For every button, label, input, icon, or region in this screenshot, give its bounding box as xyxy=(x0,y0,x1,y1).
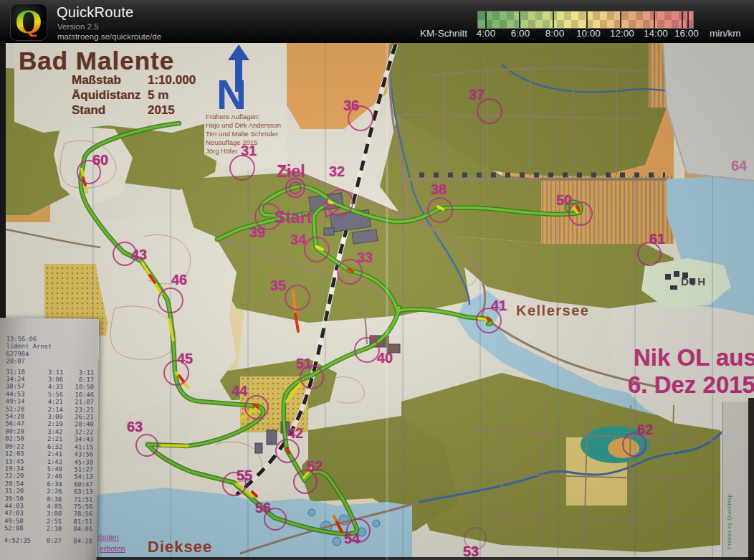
receipt-cell: 4:33 xyxy=(39,383,63,391)
svg-text:N: N xyxy=(216,71,247,118)
title-bar: Q QuickRoute Version 2.5 matstroeng.se/q… xyxy=(0,0,754,43)
legend-cell xyxy=(535,11,543,20)
receipt-cell: 5:56 xyxy=(39,391,63,399)
legend-cell xyxy=(636,11,643,20)
legend-cell xyxy=(500,20,507,29)
legend-tick-label: 14:00 xyxy=(639,28,672,39)
legend-cell xyxy=(535,20,543,29)
legend-tick xyxy=(687,11,689,28)
app-version: Version 2.5 xyxy=(57,22,99,31)
legend-cell xyxy=(557,11,564,20)
receipt-cell: 19:34 xyxy=(5,465,39,473)
receipt-cell: 6:32 xyxy=(39,443,62,451)
legend-cell xyxy=(578,20,586,29)
legend-tick-label: 4:00 xyxy=(469,28,502,39)
receipt-cell: 2:46 xyxy=(39,473,62,480)
receipt-cell: 3:06 xyxy=(39,376,63,384)
legend-cell xyxy=(485,11,492,20)
legend-title: KM-Schnitt xyxy=(420,28,467,39)
map-canvas[interactable]: N 13:56:06lident Arnst62798420:07 31:183… xyxy=(0,43,754,560)
legend-tick-label: 16:00 xyxy=(670,28,703,39)
receipt-cell: 2:26 xyxy=(39,488,62,495)
receipt-cell: 39:50 xyxy=(4,495,38,503)
pace-gradient-bar[interactable] xyxy=(477,11,694,29)
legend-tick-label: 8:00 xyxy=(538,28,571,39)
legend-cell xyxy=(492,11,500,20)
receipt-cell: 2:55 xyxy=(38,518,62,526)
receipt-cell: 51:28 xyxy=(6,405,39,413)
receipt-cell: 28:40 xyxy=(62,421,93,429)
receipt-cell: 28:54 xyxy=(5,480,39,488)
receipt-cell: 63:13 xyxy=(62,488,93,495)
receipt-cell: 02:50 xyxy=(5,435,39,443)
receipt-cell: 3:11 xyxy=(63,369,94,376)
receipt-cell: 47:03 xyxy=(4,510,38,518)
legend-tick xyxy=(586,11,588,28)
legend-cell xyxy=(521,20,528,29)
receipt-cell: 78:56 xyxy=(62,511,92,518)
legend-cell xyxy=(507,11,514,20)
receipt-cell: 54:28 xyxy=(6,412,39,420)
app-title: QuickRoute xyxy=(57,4,134,21)
receipt-cell: 2:19 xyxy=(39,420,62,428)
legend-tick xyxy=(485,11,487,28)
legend-cell xyxy=(514,20,521,29)
legend-tick-label: 10:00 xyxy=(572,28,605,39)
receipt-total-row: 4:52:35 0:27 84:28 xyxy=(4,536,97,545)
receipt-cell: 3:00 xyxy=(38,510,62,518)
receipt-cell: 32:22 xyxy=(62,428,93,436)
receipt-cell: 34:43 xyxy=(62,435,93,443)
receipt-cell: 2:10 xyxy=(38,525,62,533)
legend-cell xyxy=(600,20,607,29)
receipt-cell: 6:17 xyxy=(63,376,94,384)
legend-cell xyxy=(657,11,664,20)
receipt-cell: 84:01 xyxy=(62,525,92,533)
legend-cell xyxy=(664,11,672,20)
legend-cell xyxy=(521,11,528,20)
receipt-cell: 12:03 xyxy=(5,450,39,457)
receipt-cell: 00:29 xyxy=(5,427,39,435)
receipt-cell: 52:08 xyxy=(4,525,38,533)
receipt-total-cum: 84:28 xyxy=(62,537,92,545)
splits-receipt: 13:56:06lident Arnst62798420:07 31:183:1… xyxy=(0,318,99,560)
legend-unit: min/km xyxy=(710,28,741,39)
legend-cell xyxy=(657,20,664,29)
receipt-cell: 34:24 xyxy=(6,375,39,383)
receipt-cell: 3:11 xyxy=(39,369,63,376)
quickroute-window: Q QuickRoute Version 2.5 matstroeng.se/q… xyxy=(0,0,754,560)
legend-tick-label: 6:00 xyxy=(504,28,537,39)
receipt-cell: 26:21 xyxy=(63,413,94,421)
app-url: matstroeng.se/quickroute/de xyxy=(57,32,161,41)
receipt-cell: 41:15 xyxy=(62,443,93,451)
logo-letter: Q xyxy=(15,8,42,37)
legend-cell xyxy=(571,20,578,29)
receipt-cell: 4:05 xyxy=(38,503,62,511)
legend-tick-label: 12:00 xyxy=(606,28,639,39)
receipt-split-rows: 31:183:113:1134:243:066:1738:574:3310:50… xyxy=(4,368,98,533)
receipt-cell: 49:58 xyxy=(4,517,38,525)
receipt-cell: 21:07 xyxy=(63,398,94,406)
receipt-cell: 2:21 xyxy=(39,435,62,443)
legend-cell xyxy=(557,20,564,29)
receipt-cell: 13:45 xyxy=(5,457,39,465)
legend-cell xyxy=(564,20,571,29)
receipt-cell: 81:51 xyxy=(62,518,92,526)
receipt-cell: 2:14 xyxy=(39,406,63,414)
receipt-cell: 45:38 xyxy=(62,458,93,466)
legend-tick xyxy=(654,11,655,28)
legend-tick xyxy=(620,11,621,28)
legend-cell xyxy=(485,20,492,29)
legend-cell xyxy=(636,20,643,29)
receipt-cell: 6:34 xyxy=(39,480,62,488)
receipt-cell: 5:49 xyxy=(39,465,62,473)
receipt-cell: 56:47 xyxy=(5,420,39,428)
receipt-cell: 16:46 xyxy=(63,391,94,399)
receipt-header-line: 20:07 xyxy=(6,358,98,366)
legend-cell xyxy=(600,11,607,20)
legend-cell xyxy=(607,11,614,20)
orienteering-map-drawing: N xyxy=(0,43,754,560)
receipt-cell: 54:13 xyxy=(62,473,93,481)
legend-cell xyxy=(564,11,571,20)
legend-cell xyxy=(607,20,614,29)
legend-cell xyxy=(543,20,550,29)
